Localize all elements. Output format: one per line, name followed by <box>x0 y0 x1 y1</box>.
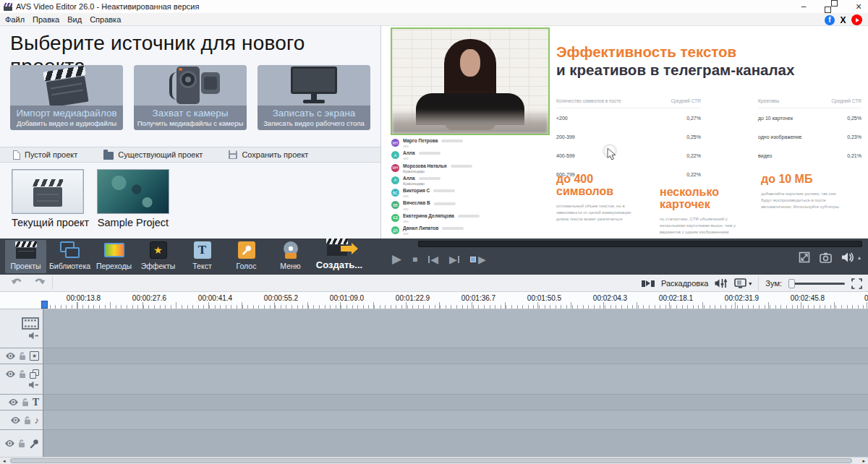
overlay-track-icon <box>30 369 39 379</box>
ruler-timestamp: 00:02 <box>841 294 868 302</box>
snapshot-icon[interactable] <box>820 252 832 263</box>
lock-icon[interactable] <box>19 369 27 379</box>
timeline-ruler[interactable]: 00:00:13.800:00:27.600:00:41.400:00:55.2… <box>0 292 868 309</box>
visibility-eye-icon[interactable] <box>8 399 19 405</box>
disc-menu-icon <box>281 241 300 259</box>
visibility-eye-icon[interactable] <box>4 440 15 447</box>
microphone-icon <box>238 241 255 259</box>
chat-text-blur <box>403 145 409 147</box>
menu-edit[interactable]: Правка <box>33 15 59 24</box>
timeline-horizontal-scrollbar[interactable]: ◂ ▸ <box>0 457 868 464</box>
window-title: AVS Video Editor 26.0 - Неактивированная… <box>16 2 199 11</box>
menu-help[interactable]: Справка <box>90 15 121 24</box>
nav-effects-button[interactable]: ★ Эффекты <box>137 240 179 273</box>
fit-timeline-icon[interactable] <box>851 278 862 289</box>
chat-message: ВС Виктория С <box>387 186 549 199</box>
close-button[interactable]: × <box>854 0 864 13</box>
scrollbar-thumb[interactable] <box>10 458 852 463</box>
redo-icon[interactable] <box>33 276 46 287</box>
table-row: видео 0,21% <box>758 146 861 165</box>
lock-icon[interactable] <box>18 439 26 448</box>
lock-icon[interactable] <box>24 416 32 425</box>
document-icon <box>13 150 20 160</box>
track-video[interactable] <box>0 309 868 348</box>
table-row: <200 0,27% <box>556 108 701 127</box>
visibility-eye-icon[interactable] <box>5 371 16 377</box>
mute-speaker-icon[interactable] <box>28 381 39 389</box>
camera-icon <box>159 66 221 104</box>
zoom-slider-thumb[interactable] <box>788 279 795 288</box>
track-music[interactable]: ♪ <box>0 411 868 430</box>
previous-frame-button[interactable]: ◀ <box>428 254 438 265</box>
chat-user-name: Виктория С <box>403 188 430 194</box>
playhead-marker[interactable] <box>41 301 48 309</box>
effects-track-icon: ★ <box>30 351 39 361</box>
sample-project-item[interactable]: Sample Project <box>97 169 169 228</box>
preview-seekbar[interactable] <box>418 241 862 247</box>
track-text[interactable]: T <box>0 395 868 411</box>
chat-message: ВВ Вячеслав В <box>387 199 549 211</box>
effects-star-icon: ★ <box>150 241 167 259</box>
current-project-item[interactable]: Текущий проект <box>12 169 84 228</box>
nav-menu-button[interactable]: Меню <box>270 240 311 273</box>
record-screen-card[interactable]: Записать с экрана Записать видео рабочег… <box>258 65 370 130</box>
nav-voice-button[interactable]: Голос <box>226 240 267 273</box>
next-frame-button[interactable]: ▶ <box>449 254 459 265</box>
current-project-thumbnail[interactable] <box>12 169 84 214</box>
chat-list: МП Марго Петрова А <box>387 137 549 239</box>
timeline-tracks[interactable]: ★ T <box>0 309 868 457</box>
facebook-icon[interactable]: f <box>825 15 835 25</box>
capture-camera-card[interactable]: Захват с камеры Получить медиафайлы с ка… <box>134 65 247 130</box>
lock-icon[interactable] <box>19 351 27 361</box>
mute-speaker-icon[interactable] <box>28 332 39 340</box>
undo-icon[interactable] <box>10 276 24 287</box>
lock-icon[interactable] <box>22 398 30 407</box>
highlight-block: до 400 символов оптимальный объем тексто… <box>556 173 660 236</box>
visibility-eye-icon[interactable] <box>5 353 16 359</box>
track-overlay[interactable] <box>0 364 868 395</box>
library-icon <box>60 241 80 259</box>
volume-dropdown-arrow[interactable]: ▴ <box>858 254 861 261</box>
nav-projects-button[interactable]: Проекты <box>5 240 46 273</box>
frame-step-button[interactable]: ▶ <box>470 254 486 265</box>
clapperboard-icon <box>32 179 64 207</box>
scroll-right-arrow[interactable]: ▸ <box>862 457 865 464</box>
save-icon <box>229 150 237 159</box>
menu-view[interactable]: Вид <box>67 15 82 24</box>
card-title: Импорт медиафайлов <box>10 108 123 119</box>
youtube-icon[interactable] <box>851 14 862 25</box>
nav-library-button[interactable]: Библиотека <box>49 240 90 273</box>
tab-label: Пустой проект <box>25 150 77 159</box>
track-video-effects[interactable]: ★ <box>0 348 868 364</box>
visibility-eye-icon[interactable] <box>10 417 21 424</box>
chat-message: ЕД Екатерина Деляпцова <box>387 212 549 224</box>
existing-project-button[interactable]: Существующий проект <box>103 150 203 160</box>
sample-project-thumbnail[interactable] <box>97 169 169 214</box>
monitor-mode-button[interactable]: ▾ <box>734 278 752 288</box>
slide-table-creatives: Креативы Средний CTR до 10 карточек 0,25… <box>758 98 861 165</box>
nav-transitions-button[interactable]: Переходы <box>93 240 135 273</box>
minimize-button[interactable]: – <box>799 0 809 13</box>
storyboard-label[interactable]: Раскадровка <box>661 279 708 288</box>
menu-file[interactable]: Файл <box>5 15 25 24</box>
highlight-block: до 10 МБ добавляйте короткие ролики, так… <box>761 173 862 236</box>
chat-timestamp-blur <box>442 227 464 230</box>
fullscreen-icon[interactable] <box>799 252 810 263</box>
storyboard-icon[interactable] <box>642 280 655 287</box>
save-project-button[interactable]: Сохранить проект <box>229 150 308 159</box>
x-icon[interactable]: X <box>838 15 848 25</box>
ruler-timestamp: 00:00:27.6 <box>116 294 182 302</box>
import-media-card[interactable]: Импорт медиафайлов Добавить видео и ауди… <box>10 65 123 130</box>
play-button[interactable]: ▶ <box>392 253 401 265</box>
audio-mixer-icon[interactable] <box>715 278 728 288</box>
card-subtitle: Добавить видео и аудиофайлы <box>10 119 123 127</box>
empty-project-button[interactable]: Пустой проект <box>13 150 77 160</box>
stop-button[interactable]: ■ <box>412 255 417 264</box>
volume-icon[interactable] <box>841 252 854 263</box>
track-voice[interactable] <box>0 430 868 457</box>
nav-text-button[interactable]: T Текст <box>182 240 223 273</box>
chat-timestamp-blur <box>434 202 456 205</box>
scroll-left-arrow[interactable]: ◂ <box>3 457 6 464</box>
zoom-slider[interactable] <box>788 283 845 285</box>
nav-create-button[interactable]: Создать... <box>314 240 365 273</box>
